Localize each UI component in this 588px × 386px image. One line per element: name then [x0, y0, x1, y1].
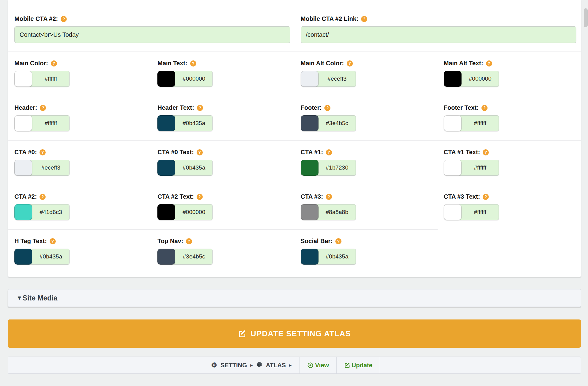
color-hex-input[interactable] — [29, 115, 70, 131]
color-swatch[interactable] — [157, 160, 175, 176]
color-hex-input[interactable] — [172, 115, 213, 131]
color-hex-input[interactable] — [172, 160, 213, 176]
scrollbar-thumb[interactable] — [584, 8, 588, 27]
color-swatch[interactable] — [444, 160, 462, 176]
field-label-text: Main Alt Color: — [301, 60, 344, 67]
breadcrumb-view-link[interactable]: View — [300, 357, 336, 373]
color-input-group — [157, 71, 213, 87]
edit-icon — [344, 362, 350, 368]
field-label-text: CTA #0: — [14, 149, 37, 156]
color-swatch[interactable] — [14, 204, 32, 220]
color-swatch[interactable] — [157, 204, 175, 220]
color-input-group — [444, 204, 499, 220]
mobile-cta-2-input[interactable] — [14, 26, 290, 43]
color-swatch[interactable] — [444, 204, 462, 220]
mobile-cta-2-link-input[interactable] — [301, 26, 577, 43]
help-icon[interactable]: ? — [190, 60, 196, 67]
color-swatch[interactable] — [14, 249, 32, 265]
color-hex-input[interactable] — [458, 204, 499, 220]
field-label: Header: ? — [14, 104, 147, 111]
field-label-text: CTA #2 Text: — [157, 193, 194, 200]
help-icon[interactable]: ? — [326, 194, 332, 200]
color-hex-input[interactable] — [315, 204, 356, 220]
color-input-group — [301, 160, 356, 176]
help-icon[interactable]: ? — [481, 105, 488, 111]
field-label: H Tag Text: ? — [14, 238, 147, 245]
update-setting-atlas-button[interactable]: UPDATE SETTING ATLAS — [8, 319, 581, 348]
field-label: Main Color: ? — [14, 60, 147, 67]
color-swatch[interactable] — [157, 71, 175, 87]
color-swatch[interactable] — [14, 71, 32, 87]
color-input-group — [301, 204, 356, 220]
help-icon[interactable]: ? — [40, 105, 46, 111]
breadcrumb-setting[interactable]: SETTING — [221, 362, 247, 369]
color-hex-input[interactable] — [315, 160, 356, 176]
eye-icon — [307, 362, 314, 369]
color-input-group — [157, 249, 213, 265]
color-swatch[interactable] — [301, 71, 318, 87]
help-icon[interactable]: ? — [40, 194, 46, 200]
color-hex-input[interactable] — [458, 71, 499, 87]
field-label-text: CTA #2: — [14, 193, 37, 200]
color-rows: Main Color: ? Main Text: ? Main Alt Colo… — [8, 52, 581, 274]
update-label: Update — [352, 362, 372, 369]
color-hex-input[interactable] — [172, 71, 213, 87]
field-label: Footer Text: ? — [444, 104, 576, 111]
color-hex-input[interactable] — [458, 115, 499, 131]
help-icon[interactable]: ? — [50, 238, 56, 244]
help-icon[interactable]: ? — [61, 16, 67, 22]
color-field: Social Bar: ? — [295, 229, 438, 274]
color-swatch[interactable] — [301, 160, 318, 176]
field-label: CTA #1: ? — [301, 149, 433, 156]
color-field-row: CTA #0: ? CTA #0 Text: ? CTA #1: ? CTA #… — [8, 140, 581, 185]
help-icon[interactable]: ? — [486, 60, 492, 67]
breadcrumb-update-link[interactable]: Update — [336, 357, 380, 373]
breadcrumb-atlas[interactable]: ATLAS — [266, 362, 286, 369]
color-swatch[interactable] — [301, 115, 318, 131]
color-hex-input[interactable] — [29, 249, 70, 265]
color-hex-input[interactable] — [315, 249, 356, 265]
help-icon[interactable]: ? — [483, 194, 489, 200]
color-hex-input[interactable] — [458, 160, 499, 176]
color-swatch[interactable] — [14, 160, 32, 176]
color-field: CTA #2 Text: ? — [151, 185, 294, 229]
color-hex-input[interactable] — [29, 71, 70, 87]
color-swatch[interactable] — [301, 204, 318, 220]
color-input-group — [157, 115, 213, 131]
color-hex-input[interactable] — [29, 160, 70, 176]
color-swatch[interactable] — [444, 115, 462, 131]
color-hex-input[interactable] — [172, 249, 213, 265]
help-icon[interactable]: ? — [361, 16, 367, 22]
color-hex-input[interactable] — [172, 204, 213, 220]
color-swatch[interactable] — [157, 249, 175, 265]
color-hex-input[interactable] — [315, 115, 356, 131]
help-icon[interactable]: ? — [197, 149, 203, 155]
field-label: Mobile CTA #2 Link: ? — [301, 15, 577, 22]
color-swatch[interactable] — [14, 115, 32, 131]
field-label: CTA #1 Text: ? — [444, 149, 576, 156]
color-hex-input[interactable] — [29, 204, 70, 220]
help-icon[interactable]: ? — [324, 105, 330, 111]
color-field: Main Alt Color: ? — [295, 52, 438, 96]
help-icon[interactable]: ? — [347, 60, 353, 67]
field-label-text: Social Bar: — [301, 238, 333, 245]
field-label-text: CTA #0 Text: — [157, 149, 194, 156]
field-label: CTA #3: ? — [301, 193, 433, 200]
chevron-right-icon: ▸ — [289, 362, 292, 368]
help-icon[interactable]: ? — [51, 60, 57, 67]
help-icon[interactable]: ? — [197, 105, 203, 111]
help-icon[interactable]: ? — [40, 149, 46, 155]
help-icon[interactable]: ? — [335, 238, 341, 244]
site-media-section-toggle[interactable]: ▼Site Media — [8, 289, 581, 307]
color-input-group — [14, 204, 70, 220]
color-swatch[interactable] — [157, 115, 175, 131]
field-label-text: CTA #1 Text: — [444, 149, 480, 156]
field-label-text: CTA #3: — [301, 193, 323, 200]
help-icon[interactable]: ? — [483, 149, 489, 155]
color-swatch[interactable] — [444, 71, 462, 87]
help-icon[interactable]: ? — [326, 149, 332, 155]
color-swatch[interactable] — [301, 249, 318, 265]
help-icon[interactable]: ? — [186, 238, 192, 244]
help-icon[interactable]: ? — [197, 194, 203, 200]
color-hex-input[interactable] — [315, 71, 356, 87]
